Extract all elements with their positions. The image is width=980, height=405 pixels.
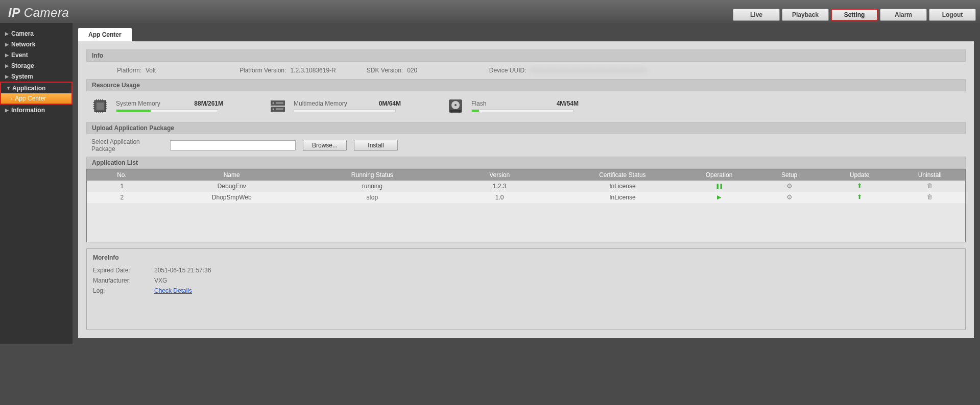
- app-table: No.NameRunning StatusVersionCertificate …: [87, 169, 965, 203]
- sidebar-item-camera[interactable]: ▶Camera: [0, 28, 73, 39]
- update-icon[interactable]: [855, 182, 864, 190]
- content: Info Platform: Volt Platform Version: 1.…: [78, 41, 974, 338]
- chevron-down-icon: ▼: [6, 86, 11, 91]
- tab-bar: App Center: [78, 28, 980, 41]
- manufacturer-value: VXG: [154, 277, 167, 284]
- moreinfo-title: MoreInfo: [93, 254, 959, 261]
- sidebar-item-event[interactable]: ▶Event: [0, 49, 73, 60]
- sidebar-item-network[interactable]: ▶Network: [0, 39, 73, 49]
- applist-wrap: No.NameRunning StatusVersionCertificate …: [86, 169, 966, 242]
- resource-row: System Memory 88M/261M: [86, 91, 966, 122]
- info-title: Info: [86, 49, 966, 62]
- res-sysmem: System Memory 88M/261M: [91, 97, 223, 115]
- gear-icon[interactable]: [785, 182, 794, 190]
- device-uuid-label: Device UUID:: [489, 67, 527, 74]
- sdk-version-label: SDK Version:: [367, 67, 403, 74]
- moreinfo: MoreInfo Expired Date: 2051-06-15 21:57:…: [86, 248, 966, 330]
- svg-point-21: [273, 109, 274, 110]
- svg-rect-22: [276, 102, 283, 104]
- sidebar-item-storage[interactable]: ▶Storage: [0, 60, 73, 71]
- update-icon[interactable]: [855, 193, 864, 201]
- logo-thin: Camera: [24, 6, 69, 19]
- topnav-alarm[interactable]: Alarm: [880, 9, 927, 21]
- topnav-live[interactable]: Live: [733, 9, 780, 21]
- mmmem-label: Multimedia Memory: [294, 100, 347, 107]
- svg-point-20: [273, 103, 274, 104]
- sysmem-label: System Memory: [116, 100, 160, 107]
- svg-rect-23: [276, 108, 283, 110]
- flash-bar: [471, 109, 573, 112]
- table-row[interactable]: 2DhopSmpWebstop1.0InLicense: [87, 192, 965, 203]
- platform-version-label: Platform Version:: [240, 67, 286, 74]
- sidebar: ▶Camera▶Network▶Event▶Storage▶System▼App…: [0, 23, 73, 344]
- topnav-playback[interactable]: Playback: [782, 9, 829, 21]
- trash-icon[interactable]: [926, 193, 934, 201]
- chevron-right-icon: ▶: [5, 53, 10, 58]
- res-flash: Flash 4M/54M: [447, 97, 579, 115]
- sidebar-item-information[interactable]: ▶Information: [0, 105, 73, 115]
- topnav-logout[interactable]: Logout: [929, 9, 976, 21]
- content-wrap: App Center Info Platform: Volt Platform …: [73, 23, 980, 344]
- platform-value: Volt: [146, 67, 156, 74]
- sdk-version-value: 020: [407, 67, 417, 74]
- logo-bold: IP: [8, 6, 20, 19]
- sidebar-sub-app-center[interactable]: ›App Center: [1, 93, 71, 104]
- browse-button[interactable]: Browse...: [303, 140, 347, 151]
- flash-value: 4M/54M: [557, 100, 579, 107]
- svg-rect-1: [97, 103, 104, 110]
- chevron-right-icon: ▶: [5, 74, 10, 79]
- play-icon[interactable]: [715, 193, 723, 201]
- memory-icon: [269, 97, 286, 115]
- device-uuid-value: xxxxxxxxxxxxxxxxxxxxxxxxxxxxxxxxxxxxxx: [530, 67, 647, 74]
- res-mmmem: Multimedia Memory 0M/64M: [269, 97, 401, 115]
- col-setup: Setup: [754, 169, 825, 181]
- cpu-icon: [91, 97, 109, 115]
- platform-version-value: 1.2.3.1083619-R: [290, 67, 336, 74]
- expired-label: Expired Date:: [93, 267, 139, 274]
- chevron-right-icon: ▶: [5, 42, 10, 47]
- resource-title: Resource Usage: [86, 79, 966, 91]
- applist-title: Application List: [86, 157, 966, 169]
- install-button[interactable]: Install: [354, 140, 398, 151]
- platform-label: Platform:: [117, 67, 141, 74]
- chevron-right-icon: ▶: [5, 108, 10, 113]
- chevron-right-icon: ▶: [5, 63, 10, 68]
- disk-icon: [447, 97, 464, 115]
- manufacturer-label: Manufacturer:: [93, 277, 139, 284]
- col-no-: No.: [87, 169, 157, 181]
- col-running-status: Running Status: [306, 169, 438, 181]
- logo: IP Camera: [4, 6, 69, 23]
- col-version: Version: [438, 169, 561, 181]
- table-row[interactable]: 1DebugEnvrunning1.2.3InLicense: [87, 181, 965, 192]
- check-details-link[interactable]: Check Details: [154, 287, 192, 294]
- gear-icon[interactable]: [785, 193, 794, 201]
- col-update: Update: [824, 169, 895, 181]
- top-nav: LivePlaybackSettingAlarmLogout: [733, 9, 976, 23]
- mmmem-value: 0M/64M: [379, 100, 401, 107]
- log-label: Log:: [93, 287, 139, 294]
- sysmem-value: 88M/261M: [194, 100, 223, 107]
- tab-app-center[interactable]: App Center: [78, 28, 132, 41]
- col-uninstall: Uninstall: [895, 169, 965, 181]
- sidebar-item-system[interactable]: ▶System: [0, 71, 73, 82]
- package-path-input[interactable]: [170, 140, 296, 150]
- trash-icon[interactable]: [926, 182, 934, 190]
- sysmem-bar: [116, 109, 218, 112]
- col-operation: Operation: [684, 169, 754, 181]
- svg-point-26: [455, 104, 457, 106]
- mmmem-bar: [294, 109, 396, 112]
- chevron-right-icon: ▶: [5, 31, 10, 36]
- pause-icon[interactable]: [715, 182, 723, 190]
- col-name: Name: [157, 169, 306, 181]
- upload-title: Upload Application Package: [86, 122, 966, 134]
- expired-value: 2051-06-15 21:57:36: [154, 267, 211, 274]
- flash-label: Flash: [471, 100, 486, 107]
- topnav-setting[interactable]: Setting: [831, 9, 878, 21]
- upload-row: Select Application Package Browse... Ins…: [86, 134, 966, 157]
- upload-label: Select Application Package: [91, 138, 163, 153]
- sidebar-item-application[interactable]: ▼Application: [1, 83, 71, 93]
- info-row: Platform: Volt Platform Version: 1.2.3.1…: [86, 62, 966, 79]
- svg-rect-27: [450, 110, 461, 112]
- col-certificate-status: Certificate Status: [561, 169, 684, 181]
- chevron-right-icon: ›: [10, 96, 12, 102]
